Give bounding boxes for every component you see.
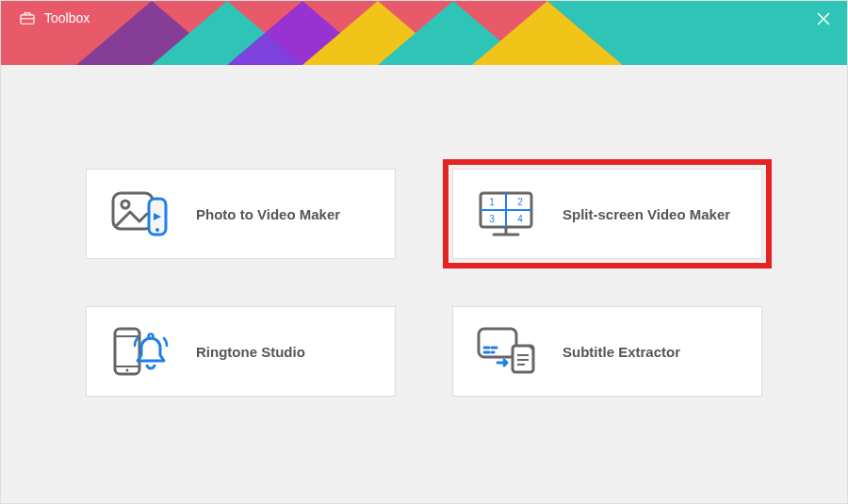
close-button[interactable] (817, 10, 830, 30)
titlebar-triangles (1, 1, 847, 65)
ringtone-icon (109, 325, 170, 378)
subtitle-extractor-label: Subtitle Extractor (563, 344, 680, 360)
svg-point-29 (149, 334, 154, 339)
content-area: Photo to Video Maker 1 2 3 4 (1, 65, 847, 397)
subtitle-extractor-icon (475, 325, 537, 378)
svg-text:1: 1 (489, 197, 495, 207)
tool-grid: Photo to Video Maker 1 2 3 4 (86, 169, 762, 397)
photo-to-video-card[interactable]: Photo to Video Maker (86, 169, 396, 259)
split-screen-video-card[interactable]: 1 2 3 4 Split-screen Video Maker (452, 169, 762, 259)
photo-to-video-icon (109, 187, 170, 240)
svg-text:4: 4 (517, 214, 523, 224)
svg-point-28 (126, 369, 129, 372)
split-screen-video-label: Split-screen Video Maker (563, 206, 730, 222)
split-screen-icon: 1 2 3 4 (475, 187, 537, 240)
window-title: Toolbox (44, 10, 90, 25)
svg-text:3: 3 (489, 214, 495, 224)
toolbox-window: Toolbox (0, 0, 848, 504)
ringtone-studio-label: Ringtone Studio (196, 344, 305, 360)
subtitle-extractor-card[interactable]: Subtitle Extractor (452, 306, 762, 397)
photo-to-video-label: Photo to Video Maker (196, 206, 340, 222)
svg-rect-7 (21, 15, 34, 24)
svg-text:2: 2 (517, 197, 523, 207)
close-icon (817, 12, 830, 25)
toolbox-icon (20, 11, 35, 24)
ringtone-studio-card[interactable]: Ringtone Studio (86, 306, 396, 397)
titlebar: Toolbox (1, 1, 847, 65)
svg-point-12 (122, 201, 129, 208)
svg-point-15 (155, 228, 159, 232)
